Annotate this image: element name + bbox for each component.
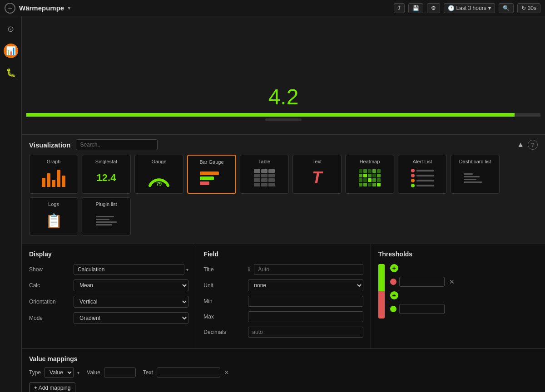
decimals-label: Decimals [203,329,244,335]
panel-type-gauge[interactable]: Gauge 79 [134,155,183,194]
graph-label: Graph [47,159,61,164]
viz-search-input[interactable] [76,139,158,150]
thresholds-title: Thresholds [378,250,538,258]
singlestat-label: Singlestat [95,159,117,164]
help-button[interactable]: ? [528,140,538,150]
unit-select[interactable]: none [248,279,363,291]
thresholds-panel: Thresholds + [371,244,545,348]
text-label: Text [312,159,322,164]
refresh-label: 30s [528,5,536,11]
refresh-button[interactable]: ↻ 30s [517,3,540,13]
min-input[interactable]: 0 [248,296,363,307]
add-threshold-bottom: + [390,291,538,299]
preview-area: 4.2 [22,16,545,134]
panel-type-text[interactable]: Text T [292,155,342,194]
threshold-color-red [390,279,396,285]
dashlist-icon [461,167,489,189]
gear-icon: ⚙ [431,5,436,11]
threshold-value-input[interactable]: 40 [399,277,445,287]
heatmap-label: Heatmap [360,159,380,164]
orientation-label: Orientation [29,299,70,305]
search-topbar-button[interactable]: 🔍 [499,3,514,13]
calc-row: Calc Mean [29,279,188,291]
collapse-icon[interactable]: ▲ [517,141,524,149]
orientation-row: Orientation Vertical [29,296,188,308]
title-info-icon[interactable]: ℹ [248,266,250,273]
field-panel: Field Title ℹ Unit none Min 0 [196,244,371,348]
share-button[interactable]: ⤴ [394,3,405,13]
scrollbar-hint [265,118,302,121]
display-panel: Display Show Calculation ▾ Calc Mean Ori… [22,244,196,348]
panel-type-logs[interactable]: Logs 📋 [29,197,78,235]
logs-icon: 📋 [40,210,67,231]
calc-select[interactable]: Mean [74,279,188,291]
dashboard-title: Wärmepumpe [19,4,64,12]
bargauge-icon [198,167,225,189]
sidebar-icon-chart[interactable]: 📊 [4,44,18,58]
text-icon: T [303,167,331,189]
pluginlist-icon [93,210,120,231]
dashlist-label: Dashboard list [459,159,491,164]
value-mappings-title: Value mappings [29,355,538,363]
add-threshold-button-bottom[interactable]: + [390,291,398,299]
settings-button[interactable]: ⚙ [427,3,440,13]
panel-type-alertlist[interactable]: Alert List [398,155,447,194]
title-row: Title ℹ [203,264,363,275]
singlestat-icon: 12.4 [93,167,120,189]
panel-type-pluginlist[interactable]: Plugin list [82,197,131,235]
threshold-row-1: 40 ✕ [390,277,538,287]
main-area: ⊙ 📊 🐛 4.2 Visualization [0,16,545,392]
value-input[interactable]: null [104,368,136,377]
svg-text:79: 79 [156,181,162,186]
panel-type-heatmap[interactable]: Heatmap [345,155,394,194]
threshold-delete-button[interactable]: ✕ [447,278,456,285]
max-input[interactable]: 60 [248,311,363,322]
calc-label: Calc [29,282,70,289]
threshold-base-input[interactable]: Base [399,304,445,314]
type-label: Type [29,369,41,376]
mode-select[interactable]: Gradient [74,312,188,324]
clock-icon: 🕐 [448,5,455,11]
decimals-input[interactable] [248,327,363,338]
add-mapping-button[interactable]: + Add mapping [29,382,75,392]
viz-header-right: ▲ ? [517,140,538,150]
panel-type-graph[interactable]: Graph [29,155,78,194]
text-input[interactable]: Aktuelle Tag [157,368,220,377]
unit-row: Unit none [203,279,363,291]
time-range-button[interactable]: 🕐 Last 3 hours ▾ [444,3,495,13]
thresholds-inner: + 40 ✕ + [378,264,538,318]
search-topbar-icon: 🔍 [503,5,510,11]
table-icon [251,167,278,189]
mapping-row-1: Type Value ▾ Value null Text Aktuelle Ta… [29,367,538,378]
viz-title: Visualization [29,141,70,149]
title-input[interactable] [254,264,363,275]
graph-icon [40,167,67,189]
threshold-rows: + 40 ✕ + [390,264,538,318]
save-button[interactable]: 💾 [408,3,423,13]
gauge-icon: 79 [145,167,173,189]
panel-type-singlestat[interactable]: Singlestat 12.4 [82,155,131,194]
title-field-label: Title [203,266,244,273]
max-label: Max [203,314,244,320]
sidebar-icon-bug[interactable]: 🐛 [4,65,18,80]
add-threshold-button-top[interactable]: + [390,264,398,272]
progress-bar [26,113,540,117]
back-button[interactable]: ← [5,3,15,14]
panel-types-grid: Graph Singlestat [29,155,538,239]
show-label: Show [29,266,70,273]
mode-row: Mode Gradient [29,312,188,324]
type-select[interactable]: Value [45,367,74,378]
panel-type-table[interactable]: Table [240,155,289,194]
orientation-select[interactable]: Vertical [74,296,188,308]
threshold-base-row: Base [390,304,538,314]
threshold-base-color [390,306,396,312]
sidebar-icon-layers[interactable]: ⊙ [4,22,18,36]
mapping-delete-button[interactable]: ✕ [224,369,229,376]
show-value[interactable]: Calculation [74,264,184,275]
title-dropdown-icon[interactable]: ▾ [68,5,71,11]
threshold-color-bar [378,264,385,318]
panel-type-bargauge[interactable]: Bar Gauge [187,155,236,194]
panel-type-dashlist[interactable]: Dashboard list [451,155,500,194]
progress-bar-fill [26,113,515,117]
threshold-bar-green [378,264,385,291]
